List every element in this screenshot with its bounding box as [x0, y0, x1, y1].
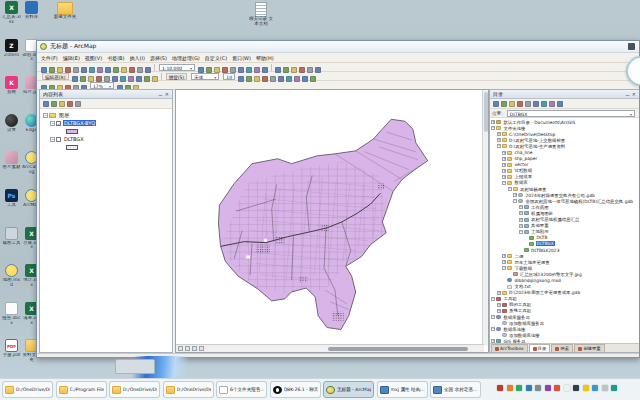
- catalog-header[interactable]: 目录 ⚊ ✕: [490, 90, 639, 99]
- toc-pin-icon[interactable]: ⚊: [158, 90, 162, 98]
- tray-icon[interactable]: [535, 385, 541, 391]
- desktop-icon[interactable]: 图片素材: [2, 151, 21, 175]
- up-icon[interactable]: [509, 101, 515, 107]
- expander-icon[interactable]: +: [519, 211, 523, 215]
- taskbar-button[interactable]: 无标题 - ArcMap: [323, 381, 374, 398]
- list-by-drawing-order-icon[interactable]: [43, 101, 49, 107]
- fill-color-icon[interactable]: [270, 76, 276, 82]
- underline-icon[interactable]: [254, 76, 260, 82]
- expander-icon[interactable]: +: [497, 309, 501, 313]
- expander-icon[interactable]: +: [502, 169, 506, 173]
- expander-icon[interactable]: +: [497, 291, 501, 295]
- location-combo[interactable]: DLTBGX: [507, 110, 635, 117]
- rotate-icon[interactable]: [144, 76, 150, 82]
- align-left-icon[interactable]: [294, 76, 300, 82]
- desktop-icon[interactable]: ZZotero: [2, 39, 21, 63]
- home-icon[interactable]: [517, 101, 523, 107]
- align-center-icon[interactable]: [302, 76, 308, 82]
- expander-icon[interactable]: −: [491, 297, 495, 301]
- list-by-visibility-icon[interactable]: [59, 101, 65, 107]
- refresh-icon[interactable]: [541, 101, 547, 107]
- expander-icon[interactable]: +: [502, 151, 506, 155]
- desktop-icon[interactable]: Ps工具: [2, 189, 21, 213]
- tray-icon[interactable]: [497, 385, 503, 391]
- window-fragment[interactable]: [115, 359, 155, 374]
- map-horizontal-scrollbar[interactable]: [208, 347, 480, 351]
- bold-icon[interactable]: [238, 76, 244, 82]
- tray-icon[interactable]: [507, 385, 513, 391]
- expander-icon[interactable]: +: [502, 157, 506, 161]
- options-icon[interactable]: [557, 101, 563, 107]
- expander-icon[interactable]: +: [519, 205, 523, 209]
- expander-icon[interactable]: −: [491, 315, 495, 319]
- expander-icon[interactable]: −: [50, 121, 55, 126]
- expander-icon[interactable]: −: [502, 181, 506, 185]
- taskbar-button[interactable]: D:/OneDrive/Des…: [163, 381, 214, 398]
- font-size-combo[interactable]: 10: [223, 73, 235, 80]
- forward-icon[interactable]: [501, 101, 507, 107]
- layer-label[interactable]: DLTBGX-BYQ: [63, 120, 96, 126]
- tray-icon[interactable]: [592, 385, 598, 391]
- layer-label[interactable]: DLTBGX: [63, 136, 85, 142]
- layer-checkbox[interactable]: ✓: [56, 121, 61, 126]
- expander-icon[interactable]: +: [497, 303, 501, 307]
- expander-icon[interactable]: +: [513, 193, 517, 197]
- folder-connection-icon[interactable]: [525, 101, 531, 107]
- tray-icon[interactable]: [611, 385, 617, 391]
- expander-icon[interactable]: +: [497, 132, 501, 136]
- window-control-icon[interactable]: [628, 43, 635, 50]
- tree-view-icon[interactable]: [549, 101, 555, 107]
- expander-icon[interactable]: −: [502, 266, 506, 270]
- desktop-icon[interactable]: 报告.docx: [2, 302, 21, 326]
- taskbar-button[interactable]: D:/OneDrive/Des…: [2, 381, 53, 398]
- tray-icon[interactable]: [602, 385, 608, 391]
- menu-item[interactable]: 选择(S): [150, 55, 167, 61]
- pause-drawing-button[interactable]: [199, 346, 204, 351]
- align-right-icon[interactable]: [310, 76, 316, 82]
- desktop-icon[interactable]: 资料库: [22, 1, 41, 25]
- layout-view-button[interactable]: [185, 346, 190, 351]
- panel-tab[interactable]: 创建要素: [574, 344, 605, 352]
- expander-icon[interactable]: −: [43, 113, 48, 118]
- desktop-icon[interactable]: 地图.mxd: [2, 264, 21, 288]
- map-vertical-scrollbar[interactable]: [482, 90, 488, 346]
- expander-icon[interactable]: +: [502, 260, 506, 264]
- tray-icon[interactable]: [573, 385, 579, 391]
- expander-icon[interactable]: +: [519, 218, 523, 222]
- taskbar-button[interactable]: C:/Program File…: [56, 381, 107, 398]
- taskbar-button[interactable]: QBK-26.1 - 聊天: [270, 381, 321, 398]
- refresh-view-button[interactable]: [192, 346, 197, 351]
- expander-icon[interactable]: +: [497, 138, 501, 142]
- layer-symbol-swatch[interactable]: [66, 129, 78, 134]
- snapping-menu[interactable]: 捕捉(S): [166, 73, 188, 80]
- attributes-icon[interactable]: [152, 76, 158, 82]
- catalog-close-icon[interactable]: ✕: [632, 90, 636, 98]
- map-canvas[interactable]: [177, 91, 483, 341]
- desktop-icon[interactable]: 设置: [2, 114, 21, 138]
- toc-row[interactable]: −DLTBGX: [40, 135, 172, 143]
- taskbar-button[interactable]: D:/OneDrive/Des…: [109, 381, 160, 398]
- toc-options-icon[interactable]: [75, 101, 81, 107]
- expander-icon[interactable]: −: [50, 137, 55, 142]
- back-icon[interactable]: [493, 101, 499, 107]
- desktop-icon[interactable]: 截图工具: [2, 227, 21, 251]
- tray-icon[interactable]: [516, 385, 522, 391]
- expander-icon[interactable]: −: [497, 144, 501, 148]
- tray-icon[interactable]: [564, 385, 570, 391]
- data-view-button[interactable]: [178, 346, 183, 351]
- marker-color-icon[interactable]: [286, 76, 292, 82]
- taskbar-button[interactable]: 6个文件夹报告…: [216, 381, 267, 398]
- layer-checkbox[interactable]: [56, 137, 61, 142]
- desktop-icon[interactable]: X汇总表.xlsx: [2, 1, 21, 25]
- panel-tab[interactable]: ArcToolbox: [491, 344, 528, 352]
- tray-icon[interactable]: [545, 385, 551, 391]
- catalog-pin-icon[interactable]: ⚊: [625, 90, 629, 98]
- panel-tab[interactable]: 目录: [529, 344, 551, 352]
- toc-row[interactable]: [40, 143, 172, 151]
- expander-icon[interactable]: −: [519, 230, 523, 234]
- desktop-icon[interactable]: 聊天记录 文本文档: [248, 2, 274, 27]
- layer-symbol-swatch[interactable]: [66, 145, 78, 150]
- toc-row[interactable]: −图层: [40, 111, 172, 119]
- expander-icon[interactable]: −: [491, 126, 495, 130]
- map-scale-combo[interactable]: 1:10,000: [159, 64, 195, 71]
